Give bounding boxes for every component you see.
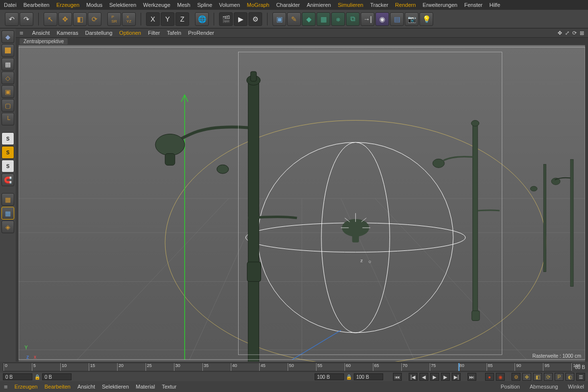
move-tool-icon[interactable]: ✥: [58, 12, 72, 26]
viewport-menu-burger-icon[interactable]: ≡: [20, 29, 24, 37]
deformer-icon[interactable]: ◉: [375, 12, 389, 26]
generator-2-icon[interactable]: ▦: [317, 12, 330, 26]
play-icon[interactable]: ▶: [430, 373, 439, 381]
menu-simulieren[interactable]: Simulieren: [338, 2, 364, 8]
key-pos-icon[interactable]: ✥: [522, 373, 531, 381]
menu-selektieren[interactable]: Selektieren: [109, 2, 136, 8]
psr-toggle-icon[interactable]: PSR: [107, 12, 121, 26]
vpmenu-ansicht[interactable]: Ansicht: [32, 30, 50, 36]
xyz-toggle-icon[interactable]: XYZ: [122, 12, 136, 26]
menu-hilfe[interactable]: Hilfe: [490, 2, 500, 8]
menu-mograph[interactable]: MoGraph: [247, 2, 270, 8]
key-rot-icon[interactable]: ⟳: [544, 373, 553, 381]
vpmenu-optionen[interactable]: Optionen: [119, 30, 141, 36]
environment-icon[interactable]: ▤: [390, 12, 404, 26]
goto-end-icon[interactable]: ⏭: [467, 373, 476, 381]
goto-start-icon[interactable]: ⏮: [393, 373, 402, 381]
pen-icon[interactable]: ✎: [287, 12, 301, 26]
magnet-icon[interactable]: 🧲: [1, 173, 14, 186]
bottom-ansicht[interactable]: Ansicht: [77, 384, 95, 390]
arrow-right-icon[interactable]: →|: [361, 12, 374, 26]
bottom-textur[interactable]: Textur: [162, 384, 176, 390]
bottom-erzeugen[interactable]: Erzeugen: [15, 384, 38, 390]
redo-button[interactable]: ↷: [20, 12, 33, 26]
world-axis-icon[interactable]: 🌐: [195, 12, 209, 26]
axis-x-toggle[interactable]: X: [146, 12, 160, 26]
menu-erweiterungen[interactable]: Erweiterungen: [423, 2, 458, 8]
key-settings-icon[interactable]: ⚙: [512, 373, 520, 381]
prev-frame-icon[interactable]: ◀: [419, 373, 428, 381]
poly-mode-icon[interactable]: └: [1, 113, 14, 125]
axis-y-toggle[interactable]: Y: [161, 12, 174, 26]
scale-tool-icon[interactable]: ◧: [73, 12, 87, 26]
prev-key-icon[interactable]: |◀: [409, 373, 417, 381]
texture-mode-icon[interactable]: ▩: [1, 58, 14, 71]
generator-4-icon[interactable]: ⧉: [346, 12, 360, 26]
record-icon[interactable]: ●: [485, 373, 494, 381]
vp-rotate-icon[interactable]: ⟳: [572, 30, 577, 36]
menu-modus[interactable]: Modus: [86, 2, 102, 8]
key-options-icon[interactable]: ☰: [576, 373, 585, 381]
next-frame-icon[interactable]: ▶: [441, 373, 450, 381]
perspective-tab[interactable]: Zentralperspektive: [20, 38, 68, 45]
light-icon[interactable]: 💡: [419, 12, 433, 26]
lock-range-end-icon[interactable]: 🔒: [346, 374, 352, 380]
select-tool-icon[interactable]: ↖: [44, 12, 57, 26]
bottom-selektieren[interactable]: Selektieren: [102, 384, 129, 390]
next-key-icon[interactable]: ▶|: [452, 373, 461, 381]
autokey-icon[interactable]: ◉: [496, 373, 505, 381]
vp-move-icon[interactable]: ✥: [558, 30, 562, 36]
vpmenu-filter[interactable]: Filter: [148, 30, 160, 36]
menu-charakter[interactable]: Charakter: [276, 2, 300, 8]
edge-mode-icon[interactable]: ▢: [1, 99, 14, 112]
key-param-icon[interactable]: P: [555, 373, 564, 381]
menu-datei[interactable]: Datei: [4, 2, 17, 8]
vpmenu-darstellung[interactable]: Darstellung: [85, 30, 113, 36]
menu-spline[interactable]: Spline: [197, 2, 212, 8]
render-picture-viewer-icon[interactable]: ▶: [234, 12, 247, 26]
model-mode-icon[interactable]: [1, 44, 14, 57]
point-mode-icon[interactable]: ▣: [1, 85, 14, 98]
camera-icon[interactable]: 📷: [405, 12, 418, 26]
axis-z-toggle[interactable]: Z: [175, 12, 189, 26]
menu-animieren[interactable]: Animieren: [307, 2, 331, 8]
bottom-material[interactable]: Material: [136, 384, 155, 390]
menu-volumen[interactable]: Volumen: [219, 2, 240, 8]
vp-layout-icon[interactable]: ⊞: [580, 30, 584, 36]
timeline-ruler[interactable]: 0510152025303540455055606570758085909510…: [3, 363, 572, 371]
menu-erzeugen[interactable]: Erzeugen: [56, 2, 79, 8]
rotate-tool-icon[interactable]: ⟳: [88, 12, 101, 26]
vp-zoom-icon[interactable]: ⤢: [565, 30, 569, 36]
range-end-field[interactable]: 100 B: [354, 373, 383, 380]
make-editable-icon[interactable]: ◆: [1, 30, 14, 43]
menu-bearbeiten[interactable]: Bearbeiten: [24, 2, 49, 8]
render-settings-icon[interactable]: ⚙: [248, 12, 262, 26]
generator-1-icon[interactable]: ◆: [302, 12, 316, 26]
vpmenu-prorender[interactable]: ProRender: [188, 30, 214, 36]
3d-viewport[interactable]: z ○: [19, 45, 585, 362]
bottom-burger-icon[interactable]: ≡: [4, 383, 8, 391]
loop-end-field[interactable]: 100 B: [315, 373, 344, 380]
snap-toggle-3[interactable]: S: [1, 160, 14, 172]
workplane-3-icon[interactable]: ◈: [1, 220, 14, 233]
vpmenu-tafeln[interactable]: Tafeln: [167, 30, 181, 36]
workplane-1-icon[interactable]: ▦: [1, 193, 14, 206]
generator-3-icon[interactable]: ⎈: [331, 12, 345, 26]
range-start-field[interactable]: 0 B: [3, 373, 32, 380]
workplane-2-icon[interactable]: ▦: [1, 207, 14, 220]
vpmenu-kameras[interactable]: Kameras: [57, 30, 78, 36]
snap-toggle-2[interactable]: S: [1, 146, 14, 159]
menu-mesh[interactable]: Mesh: [177, 2, 191, 8]
bottom-bearbeiten[interactable]: Bearbeiten: [45, 384, 71, 390]
undo-button[interactable]: ↶: [5, 12, 19, 26]
menu-rendern[interactable]: Rendern: [395, 2, 416, 8]
key-scale-icon[interactable]: ◧: [533, 373, 542, 381]
object-mode-icon[interactable]: ◇: [1, 72, 14, 84]
loop-start-field[interactable]: 0 B: [42, 373, 72, 380]
menu-werkzeuge[interactable]: Werkzeuge: [143, 2, 170, 8]
lock-range-start-icon[interactable]: 🔒: [34, 374, 40, 380]
snap-toggle-1[interactable]: S: [1, 132, 14, 145]
menu-tracker[interactable]: Tracker: [370, 2, 388, 8]
primitive-cube-icon[interactable]: ▣: [272, 12, 286, 26]
menu-fenster[interactable]: Fenster: [464, 2, 482, 8]
